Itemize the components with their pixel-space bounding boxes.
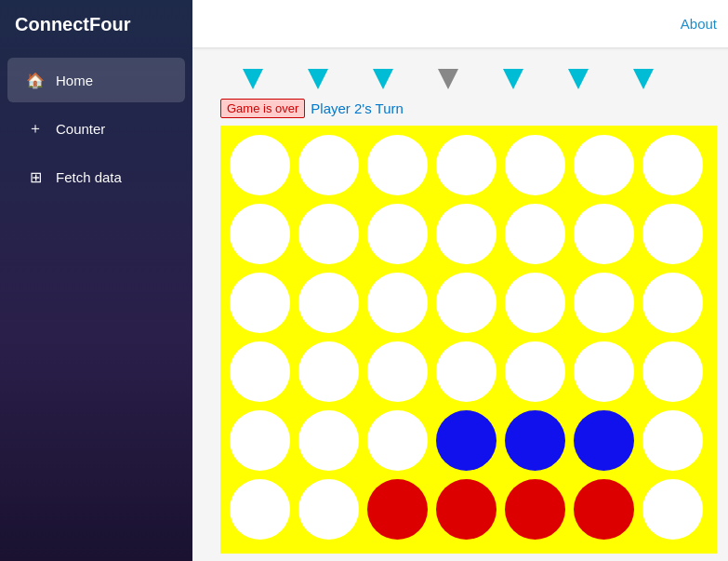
cell-4-3	[436, 410, 496, 471]
cell-4-6	[642, 410, 703, 471]
col-arrow-6[interactable]	[611, 63, 676, 95]
cell-5-0	[230, 479, 290, 540]
cell-5-5	[574, 479, 634, 540]
main-area: About Game is over Player 2's Turn	[192, 0, 728, 561]
cell-3-5	[574, 341, 634, 402]
board-wrapper	[220, 126, 717, 554]
col-arrow-1[interactable]	[285, 63, 351, 95]
cell-4-5	[574, 410, 634, 471]
cell-2-2	[367, 273, 428, 333]
sidebar-item-fetch-label: Fetch data	[56, 169, 122, 185]
cell-4-2	[367, 410, 428, 471]
plus-icon: ＋	[26, 119, 45, 138]
topbar: About	[192, 0, 728, 48]
cell-2-6	[642, 273, 703, 333]
cell-3-1	[298, 341, 359, 402]
col-arrow-4[interactable]	[481, 63, 546, 95]
col-arrow-2[interactable]	[351, 63, 416, 95]
cell-1-6	[642, 204, 703, 264]
sidebar: ConnectFour 🏠 Home ＋ Counter ⊞ Fetch dat…	[0, 0, 192, 561]
cell-2-0	[230, 273, 290, 333]
table-icon: ⊞	[26, 167, 45, 186]
col-arrow-3[interactable]	[416, 63, 481, 95]
cell-4-4	[505, 410, 565, 471]
cell-0-0	[230, 135, 290, 195]
nav-menu: 🏠 Home ＋ Counter ⊞ Fetch data	[0, 48, 192, 201]
cell-5-3	[436, 479, 496, 540]
cell-0-3	[436, 135, 496, 195]
cell-3-2	[367, 341, 428, 402]
app-title: ConnectFour	[0, 0, 192, 48]
cell-1-3	[436, 204, 496, 264]
cell-1-2	[367, 204, 428, 264]
cell-0-2	[367, 135, 428, 195]
turn-text: Player 2's Turn	[311, 100, 404, 116]
about-link[interactable]: About	[681, 16, 717, 32]
cell-0-1	[298, 135, 359, 195]
cell-5-2	[367, 479, 428, 540]
cell-4-1	[298, 410, 359, 471]
cell-1-5	[574, 204, 634, 264]
sidebar-item-counter[interactable]: ＋ Counter	[7, 106, 185, 151]
sidebar-item-counter-label: Counter	[56, 121, 105, 137]
cell-0-5	[574, 135, 634, 195]
sidebar-item-fetch-data[interactable]: ⊞ Fetch data	[7, 154, 185, 199]
cell-4-0	[230, 410, 290, 471]
cell-2-1	[298, 273, 359, 333]
cell-3-3	[436, 341, 496, 402]
cell-2-4	[505, 273, 565, 333]
cell-5-6	[642, 479, 703, 540]
cell-1-1	[298, 204, 359, 264]
cell-3-0	[230, 341, 290, 402]
cell-1-4	[505, 204, 565, 264]
sidebar-item-home[interactable]: 🏠 Home	[7, 58, 185, 102]
game-over-badge: Game is over	[220, 99, 305, 118]
status-bar: Game is over Player 2's Turn	[220, 99, 717, 118]
cell-3-4	[505, 341, 565, 402]
col-arrow-0[interactable]	[220, 63, 285, 95]
cell-1-0	[230, 204, 290, 264]
cell-0-6	[642, 135, 703, 195]
cell-5-1	[298, 479, 359, 540]
game-board	[220, 126, 717, 554]
cell-2-5	[574, 273, 634, 333]
cell-2-3	[436, 273, 496, 333]
col-arrow-5[interactable]	[546, 63, 611, 95]
column-arrows	[220, 63, 717, 95]
cell-0-4	[505, 135, 565, 195]
home-icon: 🏠	[26, 71, 45, 89]
cell-5-4	[505, 479, 565, 540]
content: Game is over Player 2's Turn	[192, 48, 728, 561]
cell-3-6	[642, 341, 703, 402]
sidebar-item-home-label: Home	[56, 73, 93, 88]
